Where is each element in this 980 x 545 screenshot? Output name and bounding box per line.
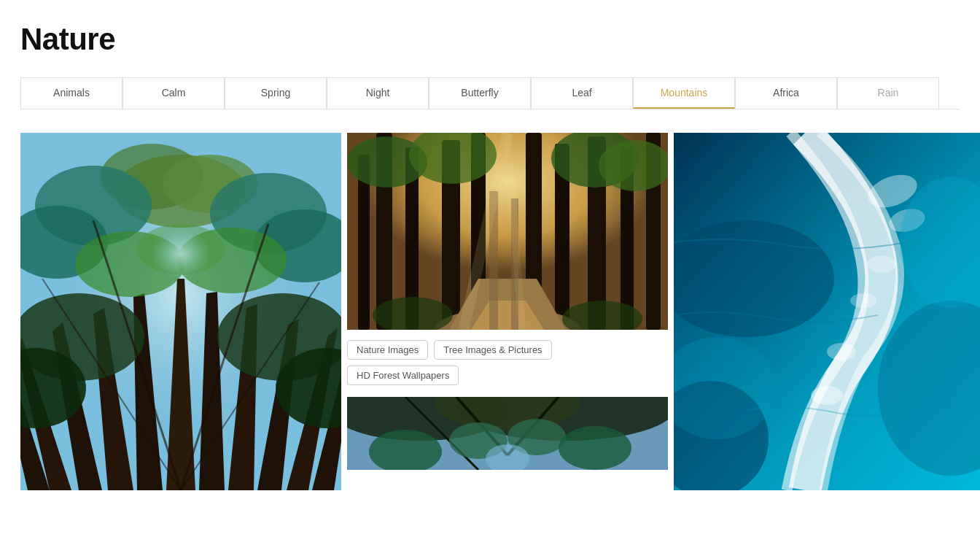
tabs-bar: Animals Calm Spring Night Butterfly Leaf… — [20, 77, 960, 109]
svg-point-76 — [811, 386, 843, 405]
image-ocean-waves[interactable] — [674, 133, 980, 490]
tag-nature-images[interactable]: Nature Images — [347, 340, 428, 360]
image-branches-bottom[interactable] — [347, 397, 668, 470]
tab-night[interactable]: Night — [327, 77, 429, 109]
tab-calm[interactable]: Calm — [122, 77, 225, 109]
page-container: Nature Animals Calm Spring Night Butterf… — [0, 0, 980, 505]
svg-point-31 — [122, 213, 239, 315]
page-title: Nature — [20, 22, 960, 57]
tag-tree-images[interactable]: Tree Images & Pictures — [434, 340, 551, 360]
image-canopy[interactable] — [20, 133, 341, 490]
tag-hd-forest[interactable]: HD Forest Wallpapers — [347, 366, 459, 385]
image-forest-path[interactable] — [347, 133, 668, 330]
tab-mountains[interactable]: Mountains — [633, 77, 735, 109]
tab-africa[interactable]: Africa — [735, 77, 837, 109]
gallery-col-1 — [20, 133, 341, 490]
tab-animals[interactable]: Animals — [20, 77, 122, 109]
gallery-col-3 — [674, 133, 980, 490]
tags-container: Nature Images Tree Images & Pictures HD … — [347, 330, 668, 391]
tab-spring[interactable]: Spring — [225, 77, 327, 109]
tab-leaf[interactable]: Leaf — [531, 77, 633, 109]
tab-butterfly[interactable]: Butterfly — [429, 77, 531, 109]
svg-point-74 — [850, 293, 876, 308]
svg-point-75 — [827, 343, 856, 360]
svg-point-66 — [559, 426, 631, 470]
gallery-col-2: Nature Images Tree Images & Pictures HD … — [347, 133, 668, 490]
tab-rain[interactable]: Rain — [837, 77, 939, 109]
svg-point-73 — [867, 255, 896, 273]
gallery-grid: Nature Images Tree Images & Pictures HD … — [20, 133, 960, 490]
